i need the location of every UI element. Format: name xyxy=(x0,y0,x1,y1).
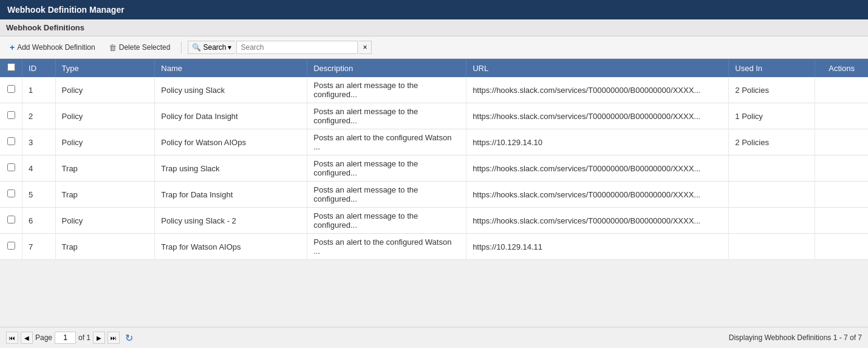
cell-type: Policy xyxy=(55,77,155,103)
cell-description: Posts an alert message to the configured… xyxy=(307,182,466,208)
search-clear-button[interactable]: × xyxy=(359,41,371,54)
cell-used-in xyxy=(729,155,815,182)
cell-description: Posts an alert message to the configured… xyxy=(307,103,466,129)
toolbar: + Add Webhook Definition 🗑 Delete Select… xyxy=(0,36,868,59)
table-row: 3PolicyPolicy for Watson AIOpsPosts an a… xyxy=(0,129,868,155)
cell-url: https://hooks.slack.com/services/T000000… xyxy=(466,77,729,103)
cell-actions xyxy=(815,129,868,155)
webhook-table: ID Type Name Description URL Used In Act… xyxy=(0,59,868,260)
header-type: Type xyxy=(55,59,155,77)
header-used-in: Used In xyxy=(729,59,815,77)
cell-description: Posts an alert to the configured Watson … xyxy=(307,234,466,260)
cell-name: Trap using Slack xyxy=(155,155,307,182)
search-area: 🔍 Search ▾ × xyxy=(188,41,371,54)
cell-id: 6 xyxy=(22,208,56,234)
delete-button-label: Delete Selected xyxy=(119,43,171,52)
trash-icon: 🗑 xyxy=(109,43,117,52)
row-checkbox[interactable] xyxy=(7,216,15,223)
cell-url: https://hooks.slack.com/services/T000000… xyxy=(466,182,729,208)
row-checkbox[interactable] xyxy=(7,189,15,197)
cell-id: 7 xyxy=(22,234,56,260)
cell-id: 1 xyxy=(22,77,56,103)
cell-actions xyxy=(815,182,868,208)
clear-icon: × xyxy=(363,43,367,52)
cell-used-in: 2 Policies xyxy=(729,129,815,155)
cell-actions xyxy=(815,208,868,234)
table-row: 2PolicyPolicy for Data InsightPosts an a… xyxy=(0,103,868,129)
row-checkbox[interactable] xyxy=(7,242,15,250)
select-all-checkbox[interactable] xyxy=(7,63,15,71)
delete-selected-button[interactable]: 🗑 Delete Selected xyxy=(104,41,176,55)
header-checkbox-col xyxy=(0,59,22,77)
app-title: Webhook Definition Manager xyxy=(7,5,125,15)
toolbar-divider xyxy=(181,41,182,53)
cell-name: Policy for Watson AIOps xyxy=(155,129,307,155)
table-row: 6PolicyPolicy using Slack - 2Posts an al… xyxy=(0,208,868,234)
cell-description: Posts an alert message to the configured… xyxy=(307,208,466,234)
cell-used-in xyxy=(729,208,815,234)
row-checkbox[interactable] xyxy=(7,163,15,171)
header-actions: Actions xyxy=(815,59,868,77)
search-input[interactable] xyxy=(236,41,358,54)
cell-used-in: 1 Policy xyxy=(729,103,815,129)
cell-used-in: 2 Policies xyxy=(729,77,815,103)
cell-url: https://hooks.slack.com/services/T000000… xyxy=(466,103,729,129)
cell-id: 2 xyxy=(22,103,56,129)
table-container: ID Type Name Description URL Used In Act… xyxy=(0,59,868,260)
cell-url: https://10.129.14.10 xyxy=(466,129,729,155)
cell-url: https://hooks.slack.com/services/T000000… xyxy=(466,208,729,234)
table-body: 1PolicyPolicy using SlackPosts an alert … xyxy=(0,77,868,260)
table-row: 4TrapTrap using SlackPosts an alert mess… xyxy=(0,155,868,182)
search-button-label: Search xyxy=(203,43,226,52)
cell-description: Posts an alert message to the configured… xyxy=(307,77,466,103)
header-name: Name xyxy=(155,59,307,77)
header-description: Description xyxy=(307,59,466,77)
cell-name: Policy using Slack - 2 xyxy=(155,208,307,234)
cell-actions xyxy=(815,234,868,260)
table-row: 1PolicyPolicy using SlackPosts an alert … xyxy=(0,77,868,103)
cell-type: Policy xyxy=(55,208,155,234)
cell-name: Trap for Data Insight xyxy=(155,182,307,208)
cell-type: Trap xyxy=(55,234,155,260)
cell-used-in xyxy=(729,182,815,208)
search-icon: 🔍 xyxy=(192,43,201,52)
search-dropdown-button[interactable]: 🔍 Search ▾ xyxy=(188,41,235,54)
cell-url: https://10.129.14.11 xyxy=(466,234,729,260)
add-webhook-button[interactable]: + Add Webhook Definition xyxy=(5,40,100,55)
cell-used-in xyxy=(729,234,815,260)
row-checkbox[interactable] xyxy=(7,85,15,93)
cell-id: 4 xyxy=(22,155,56,182)
cell-type: Trap xyxy=(55,182,155,208)
table-row: 7TrapTrap for Watson AIOpsPosts an alert… xyxy=(0,234,868,260)
cell-id: 3 xyxy=(22,129,56,155)
cell-url: https://hooks.slack.com/services/T000000… xyxy=(466,155,729,182)
cell-name: Policy using Slack xyxy=(155,77,307,103)
section-title: Webhook Definitions xyxy=(6,23,84,32)
cell-actions xyxy=(815,77,868,103)
row-checkbox[interactable] xyxy=(7,111,15,119)
section-header: Webhook Definitions xyxy=(0,19,868,36)
cell-type: Policy xyxy=(55,103,155,129)
header-url: URL xyxy=(466,59,729,77)
plus-icon: + xyxy=(10,43,15,52)
row-checkbox[interactable] xyxy=(7,137,15,145)
cell-id: 5 xyxy=(22,182,56,208)
header-id: ID xyxy=(22,59,56,77)
cell-type: Trap xyxy=(55,155,155,182)
cell-type: Policy xyxy=(55,129,155,155)
cell-description: Posts an alert message to the configured… xyxy=(307,155,466,182)
chevron-down-icon: ▾ xyxy=(228,43,231,52)
title-bar: Webhook Definition Manager xyxy=(0,0,868,19)
cell-name: Policy for Data Insight xyxy=(155,103,307,129)
table-header-row: ID Type Name Description URL Used In Act… xyxy=(0,59,868,77)
cell-description: Posts an alert to the configured Watson … xyxy=(307,129,466,155)
table-row: 5TrapTrap for Data InsightPosts an alert… xyxy=(0,182,868,208)
cell-actions xyxy=(815,155,868,182)
cell-actions xyxy=(815,103,868,129)
add-button-label: Add Webhook Definition xyxy=(17,43,95,52)
cell-name: Trap for Watson AIOps xyxy=(155,234,307,260)
